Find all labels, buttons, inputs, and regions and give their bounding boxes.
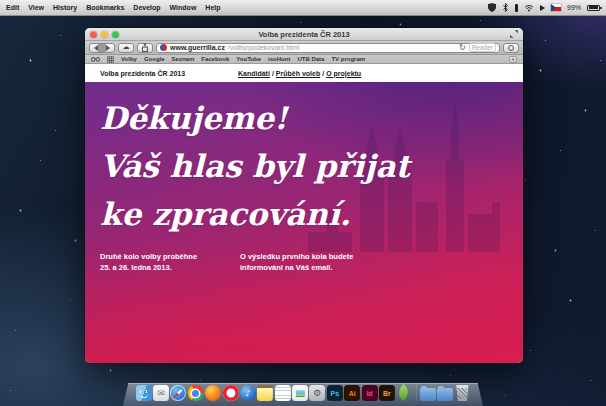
back-button[interactable] [90,45,98,51]
system-preferences-icon[interactable]: ⚙ [309,385,325,401]
plus-icon[interactable]: + [509,56,517,63]
back-icon [90,45,98,51]
dock: ✉ ♪ ⚙ Ps Ai Id Br [123,380,483,406]
footer-col2-line1: O výsledku prvního kola budete [240,252,353,263]
br-label: Br [383,390,391,397]
site-favicon-icon [160,44,167,51]
share-button[interactable] [137,43,153,53]
footer-column-2: O výsledku prvního kola budete informová… [240,252,353,273]
heading-line-3: ke zpracování. [100,190,410,238]
finder-icon[interactable] [136,385,152,401]
menu-bookmarks[interactable]: Bookmarks [86,4,124,11]
nav-link-prubeh-voleb[interactable]: Průběh voleb [276,70,320,77]
ps-label: Ps [330,390,339,397]
reading-list-icon[interactable] [91,56,100,62]
browser-toolbar: ☁ www.guerrilla.cz /volby/podekovani.htm… [85,41,523,55]
footer-col2-line2: informováni na Váš email. [240,263,353,274]
display-icon[interactable] [515,4,518,12]
heading-line-2: Váš hlas byl přijat [100,142,410,190]
heading-line-1: Děkujeme! [100,94,410,142]
gear-icon: ⚙ [313,388,321,398]
downloads-folder-icon[interactable] [437,388,453,401]
bookmark-seznam[interactable]: Seznam [172,56,195,62]
bookmark-google[interactable]: Google [144,56,165,62]
firefox-icon[interactable] [205,385,221,401]
page-nav: Kandidáti/Průběh voleb/O projektu [238,70,361,77]
photoshop-icon[interactable]: Ps [327,385,343,401]
bookmark-facebook[interactable]: Facebook [201,56,229,62]
footer-columns: Druhé kolo volby proběhne 25. a 26. ledn… [100,252,508,273]
illustrator-icon[interactable]: Ai [344,385,360,401]
bookmark-youtube[interactable]: YouTube [236,56,261,62]
ai-label: Ai [349,390,356,397]
icloud-tabs-button[interactable]: ☁ [118,43,134,53]
reload-icon[interactable]: ↻ [459,44,466,52]
menu-edit[interactable]: Edit [6,4,19,11]
id-label: Id [366,390,372,397]
bookmarks-bar: Volby Google Seznam Facebook YouTube iso… [85,55,523,64]
chrome-icon[interactable] [188,385,204,401]
wifi-icon[interactable] [524,4,534,12]
shield-icon[interactable] [488,3,496,12]
nav-link-kandidati[interactable]: Kandidáti [238,70,270,77]
menu-history[interactable]: History [53,4,77,11]
dock-divider [415,383,416,401]
thank-you-heading: Děkujeme! Váš hlas byl přijat ke zpracov… [100,94,410,238]
safari-icon[interactable] [170,385,186,401]
textedit-icon[interactable] [275,385,291,401]
fullscreen-icon[interactable] [509,30,518,39]
bookmark-volby[interactable]: Volby [121,56,137,62]
window-title-bar[interactable]: Volba prezidenta ČR 2013 [85,28,523,41]
tab-overview-button[interactable] [503,43,519,53]
url-path: /volby/podekovani.html [228,44,456,51]
applications-folder-icon[interactable] [420,388,436,401]
music-note-glyph: ♪ [245,389,250,398]
cloud-icon: ☁ [123,44,130,51]
menu-help[interactable]: Help [205,4,220,11]
window-title: Volba prezidenta ČR 2013 [85,30,523,39]
battery-icon[interactable] [587,5,600,11]
url-domain: www.guerrilla.cz [170,44,225,51]
envelope-glyph: ✉ [157,388,165,398]
opera-icon[interactable] [223,385,239,401]
browser-window: Volba prezidenta ČR 2013 ☁ www.guerrilla… [85,28,523,363]
reader-button[interactable]: Reader [469,43,496,52]
menu-view[interactable]: View [28,4,44,11]
bookmark-utb-data[interactable]: UTB Data [297,56,324,62]
bluetooth-icon[interactable] [502,3,509,12]
nav-link-o-projektu[interactable]: O projektu [326,70,361,77]
bookmark-isohunt[interactable]: isoHunt [268,56,290,62]
indesign-icon[interactable]: Id [362,385,378,401]
bookmark-tv-program[interactable]: TV program [331,56,365,62]
mail-icon[interactable]: ✉ [153,385,169,401]
preview-icon[interactable] [292,385,308,401]
czech-flag-icon[interactable] [551,4,561,11]
forward-button[interactable] [106,45,114,51]
page-title: Volba prezidenta ČR 2013 [100,70,185,77]
notes-icon[interactable] [257,385,273,401]
itunes-icon[interactable]: ♪ [240,385,256,401]
address-bar[interactable]: www.guerrilla.cz /volby/podekovani.html … [156,43,500,53]
volume-icon[interactable] [540,5,545,11]
circle-icon [508,45,514,51]
coda-leaf-icon[interactable] [396,385,412,401]
page-content: Děkujeme! Váš hlas byl přijat ke zpracov… [85,82,523,363]
menu-develop[interactable]: Develop [133,4,160,11]
trash-icon[interactable] [454,385,470,401]
menu-bar: Edit View History Bookmarks Develop Wind… [0,0,606,16]
bridge-icon[interactable]: Br [379,385,395,401]
history-nav-group [89,43,115,53]
forward-icon [106,45,114,51]
page-header: Volba prezidenta ČR 2013 Kandidáti/Průbě… [85,64,523,82]
menu-window[interactable]: Window [170,4,197,11]
battery-percent: 99% [567,4,581,11]
share-icon [141,43,149,52]
top-sites-grid-icon[interactable] [107,56,114,63]
